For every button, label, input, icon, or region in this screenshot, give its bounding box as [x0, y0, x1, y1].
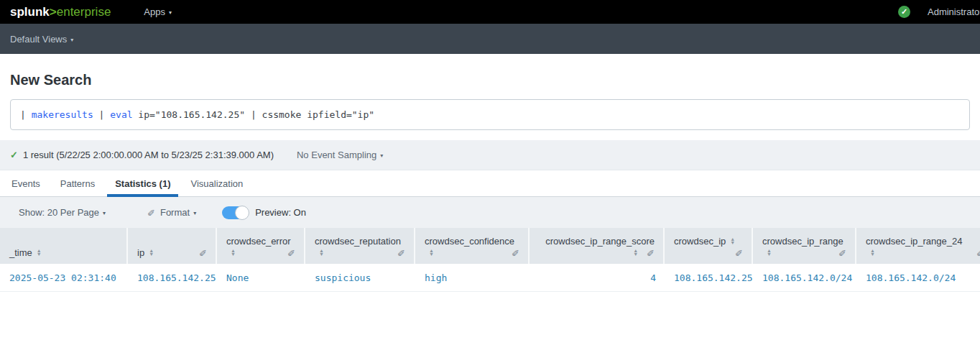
column-header-ip[interactable]: ip▲▼✎	[128, 228, 217, 264]
column-header-crowdsec_error[interactable]: crowdsec_error▲▼✎	[217, 228, 305, 264]
job-done-check-icon: ✓	[10, 150, 18, 160]
column-header-crowdsec_reputation[interactable]: crowdsec_reputation▲▼✎	[305, 228, 415, 264]
cell-crowdsec_ip[interactable]: 108.165.142.25	[665, 264, 753, 291]
search-query-input[interactable]: | makeresults | eval ip="108.165.142.25"…	[10, 99, 970, 130]
sort-icon[interactable]: ▲▼	[633, 249, 638, 256]
column-label: crowdsec_ip_range	[762, 236, 843, 247]
sort-icon[interactable]: ▲▼	[429, 249, 434, 256]
tab-events[interactable]: Events	[1, 170, 50, 196]
sort-icon[interactable]: ▲▼	[870, 249, 875, 256]
search-query: | makeresults | eval ip="108.165.142.25"…	[20, 109, 374, 120]
sort-icon[interactable]: ▲▼	[231, 249, 236, 256]
event-sampling-menu[interactable]: No Event Sampling ▾	[297, 150, 383, 160]
edit-column-icon[interactable]: ✎	[976, 247, 980, 258]
cell-crowdsec_confidence[interactable]: high	[415, 264, 530, 291]
sort-arrow: ▼	[231, 252, 236, 256]
page-title: New Search	[10, 72, 970, 88]
sort-icon[interactable]: ▲▼	[730, 237, 735, 244]
table-row: 2025-05-23 02:31:40108.165.142.25Nonesus…	[0, 264, 980, 292]
splunk-logo[interactable]: splunk>enterprise	[10, 5, 111, 19]
column-label: crowdsec_ip_range_score	[545, 236, 655, 247]
preview-toggle-wrap: Preview: On	[222, 206, 306, 219]
caret-down-icon: ▾	[103, 210, 106, 216]
column-header-crowdsec_confidence[interactable]: crowdsec_confidence▲▼✎	[415, 228, 530, 264]
sort-arrow: ▼	[870, 252, 875, 256]
user-area: ✓ Administrator	[898, 0, 980, 24]
preview-toggle-knob[interactable]	[235, 206, 249, 220]
column-header-crowdsec_ip[interactable]: crowdsec_ip▲▼✎	[665, 228, 753, 264]
cell-ip[interactable]: 108.165.142.25	[128, 264, 217, 291]
cell-crowdsec_error[interactable]: None	[217, 264, 305, 291]
sort-icon[interactable]: ▲▼	[37, 249, 42, 256]
sort-arrow: ▼	[633, 252, 638, 256]
page-head: New Search	[0, 54, 980, 99]
app-context-bar: Default Views ▾	[0, 24, 980, 54]
tab-visualization[interactable]: Visualization	[180, 170, 253, 196]
sort-icon[interactable]: ▲▼	[149, 249, 154, 256]
job-status-bar: ✓ 1 result (5/22/25 2:00:00.000 AM to 5/…	[0, 140, 980, 170]
edit-column-icon[interactable]: ✎	[838, 247, 846, 258]
apps-menu[interactable]: Apps ▾	[144, 6, 172, 17]
cell-crowdsec_reputation[interactable]: suspicious	[305, 264, 415, 291]
logo-gt-icon: >	[50, 5, 57, 19]
logo-enterprise-text: enterprise	[57, 5, 111, 19]
health-check-icon[interactable]: ✓	[898, 6, 910, 18]
sort-arrow: ▼	[730, 241, 735, 244]
sort-arrow: ▼	[767, 252, 772, 256]
edit-column-icon[interactable]: ✎	[199, 247, 207, 258]
format-dropdown[interactable]: ✎ Format ▾	[147, 207, 196, 218]
sort-arrow: ▼	[37, 252, 42, 256]
format-label: Format	[160, 207, 190, 218]
result-summary: 1 result (5/22/25 2:00:00.000 AM to 5/23…	[23, 150, 274, 160]
column-header-crowdsec_ip_range_24[interactable]: crowdsec_ip_range_24▲▼✎	[856, 228, 980, 264]
column-label: crowdsec_error	[226, 236, 291, 247]
tab-patterns[interactable]: Patterns	[50, 170, 105, 196]
sort-icon[interactable]: ▲▼	[767, 249, 772, 256]
column-label: crowdsec_ip_range_24	[866, 236, 962, 247]
cell-time[interactable]: 2025-05-23 02:31:40	[0, 264, 128, 291]
per-page-label: Show: 20 Per Page	[19, 207, 99, 218]
caret-down-icon: ▾	[169, 9, 172, 16]
column-label: crowdsec_ip	[674, 236, 726, 247]
column-header-crowdsec_ip_range_score[interactable]: crowdsec_ip_range_score▲▼✎	[530, 228, 665, 264]
event-sampling-label: No Event Sampling	[297, 150, 376, 160]
sort-arrow: ▼	[319, 252, 324, 256]
column-header-time[interactable]: _time▲▼	[0, 228, 128, 264]
per-page-dropdown[interactable]: Show: 20 Per Page ▾	[19, 207, 106, 218]
user-menu[interactable]: Administrator	[928, 6, 980, 17]
results-controls-bar: Show: 20 Per Page ▾ ✎ Format ▾ Preview: …	[0, 197, 980, 228]
sort-arrow: ▼	[149, 252, 154, 256]
column-label: ip	[137, 247, 144, 258]
default-views-label: Default Views	[10, 34, 67, 45]
edit-column-icon[interactable]: ✎	[397, 247, 405, 258]
edit-column-icon[interactable]: ✎	[512, 247, 519, 258]
cell-crowdsec_ip_range_24[interactable]: 108.165.142.0/24	[856, 264, 980, 291]
top-navigation-bar: splunk>enterprise Apps ▾ ✓ Administrator	[0, 0, 980, 24]
query-segment: makeresults	[32, 109, 93, 120]
table-body: 2025-05-23 02:31:40108.165.142.25Nonesus…	[0, 264, 980, 292]
preview-label: Preview: On	[255, 207, 306, 218]
sort-icon[interactable]: ▲▼	[319, 249, 324, 256]
tab-statistics-1[interactable]: Statistics (1)	[105, 170, 180, 196]
edit-column-icon[interactable]: ✎	[287, 247, 295, 258]
edit-column-icon[interactable]: ✎	[735, 247, 743, 258]
logo-splunk-text: splunk	[10, 5, 50, 19]
caret-down-icon: ▾	[380, 152, 383, 159]
column-header-crowdsec_ip_range[interactable]: crowdsec_ip_range▲▼✎	[753, 228, 856, 264]
query-segment: |	[20, 109, 32, 120]
cell-crowdsec_ip_range[interactable]: 108.165.142.0/24	[753, 264, 856, 291]
pencil-icon: ✎	[147, 207, 155, 218]
sort-arrow: ▼	[429, 252, 434, 256]
caret-down-icon: ▾	[70, 37, 73, 43]
column-label: _time	[9, 247, 32, 258]
apps-menu-label: Apps	[144, 6, 165, 17]
column-label: crowdsec_reputation	[315, 236, 401, 247]
default-views-menu[interactable]: Default Views ▾	[10, 34, 73, 45]
query-segment: |	[93, 109, 110, 120]
results-tab-bar: EventsPatternsStatistics (1)Visualizatio…	[0, 170, 980, 197]
query-segment: ip="108.165.142.25" | cssmoke ipfield="i…	[133, 109, 375, 120]
query-segment: eval	[110, 109, 132, 120]
edit-column-icon[interactable]: ✎	[647, 247, 655, 258]
cell-crowdsec_ip_range_score[interactable]: 4	[530, 264, 665, 291]
preview-toggle[interactable]	[222, 206, 248, 219]
